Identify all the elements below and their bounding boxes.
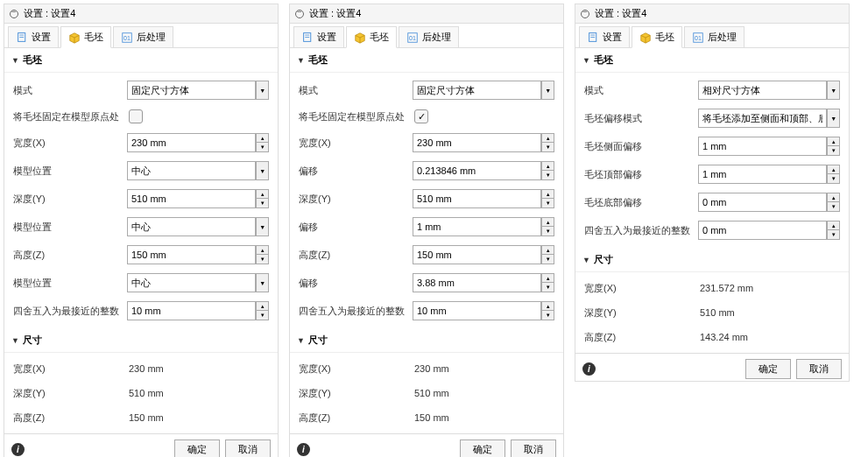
- round-input[interactable]: [413, 301, 541, 320]
- section-dim-header[interactable]: ▼尺寸: [4, 328, 278, 353]
- spinner-up-icon[interactable]: ▲: [542, 246, 554, 255]
- offset-y-input[interactable]: [413, 217, 541, 236]
- spinner-up-icon[interactable]: ▲: [828, 165, 839, 174]
- top-offset-input[interactable]: [698, 165, 827, 184]
- mode-label: 模式: [584, 84, 698, 97]
- dropdown-icon[interactable]: ▼: [827, 81, 840, 100]
- dropdown-icon[interactable]: ▼: [256, 273, 269, 292]
- depth-input[interactable]: [413, 189, 541, 208]
- spinner-up-icon[interactable]: ▲: [257, 246, 268, 255]
- tab-stock[interactable]: 毛坯: [60, 26, 111, 48]
- dropdown-icon[interactable]: ▼: [541, 81, 554, 100]
- spinner-up-icon[interactable]: ▲: [542, 218, 554, 227]
- spinner-down-icon[interactable]: ▼: [828, 202, 839, 211]
- spinner-up-icon[interactable]: ▲: [542, 274, 554, 283]
- dim-width-value: 230 mm: [127, 363, 164, 374]
- tab-settings[interactable]: 设置: [8, 26, 59, 47]
- tab-settings[interactable]: 设置: [579, 26, 630, 47]
- tab-stock[interactable]: 毛坯: [632, 26, 682, 48]
- spinner-down-icon[interactable]: ▼: [828, 174, 839, 183]
- spinner-down-icon[interactable]: ▼: [542, 143, 554, 151]
- minimize-icon[interactable]: [10, 10, 18, 18]
- cancel-button[interactable]: 取消: [225, 439, 271, 457]
- model-pos-select[interactable]: [127, 273, 256, 292]
- height-input[interactable]: [127, 245, 256, 264]
- model-pos-select[interactable]: [127, 161, 256, 180]
- spinner-down-icon[interactable]: ▼: [257, 143, 268, 151]
- chevron-down-icon: ▼: [11, 56, 19, 65]
- spinner-down-icon[interactable]: ▼: [542, 171, 554, 179]
- section-dim-header[interactable]: ▼尺寸: [290, 328, 563, 353]
- mode-select[interactable]: [127, 81, 256, 100]
- tab-post[interactable]: 01后处理: [684, 26, 745, 47]
- spinner-down-icon[interactable]: ▼: [257, 199, 268, 207]
- offset-mode-select[interactable]: [698, 109, 827, 128]
- svg-text:01: 01: [123, 34, 131, 40]
- minimize-icon[interactable]: [295, 10, 304, 18]
- dropdown-icon[interactable]: ▼: [256, 161, 269, 180]
- info-icon[interactable]: i: [11, 443, 25, 456]
- cancel-button[interactable]: 取消: [511, 439, 556, 457]
- spinner-down-icon[interactable]: ▼: [542, 227, 554, 236]
- fix-origin-checkbox[interactable]: ✓: [414, 109, 428, 123]
- spinner-down-icon[interactable]: ▼: [542, 283, 554, 292]
- dropdown-icon[interactable]: ▼: [256, 217, 269, 236]
- spinner-up-icon[interactable]: ▲: [542, 302, 554, 311]
- minimize-icon[interactable]: [581, 10, 589, 18]
- section-stock-header[interactable]: ▼毛坯: [4, 48, 278, 73]
- spinner-down-icon[interactable]: ▼: [828, 230, 839, 239]
- mode-select[interactable]: [698, 81, 827, 100]
- spinner-down-icon[interactable]: ▼: [257, 255, 268, 264]
- tab-post[interactable]: 01后处理: [399, 26, 459, 47]
- spinner-up-icon[interactable]: ▲: [542, 134, 554, 143]
- tab-post[interactable]: 01后处理: [113, 26, 173, 47]
- ok-button[interactable]: 确定: [460, 439, 505, 457]
- info-icon[interactable]: i: [582, 362, 596, 376]
- offset-x-input[interactable]: [413, 161, 541, 180]
- fix-origin-checkbox[interactable]: [129, 109, 143, 123]
- dropdown-icon[interactable]: ▼: [256, 81, 269, 100]
- offset-z-input[interactable]: [413, 273, 541, 292]
- model-pos-label: 模型位置: [13, 221, 127, 234]
- ok-button[interactable]: 确定: [745, 359, 791, 379]
- spinner-up-icon[interactable]: ▲: [828, 221, 839, 230]
- spinner-up-icon[interactable]: ▲: [542, 190, 554, 199]
- model-pos-label: 模型位置: [13, 277, 127, 290]
- spinner-down-icon[interactable]: ▼: [828, 146, 839, 155]
- spinner-up-icon[interactable]: ▲: [257, 302, 268, 311]
- model-pos-label: 模型位置: [13, 165, 127, 178]
- cancel-button[interactable]: 取消: [796, 359, 842, 379]
- bottom-offset-input[interactable]: [698, 193, 827, 212]
- mode-select[interactable]: [413, 81, 541, 100]
- round-input[interactable]: [698, 221, 827, 240]
- model-pos-select[interactable]: [127, 217, 256, 236]
- ok-button[interactable]: 确定: [174, 439, 220, 457]
- width-input[interactable]: [413, 133, 541, 152]
- chevron-down-icon: ▼: [582, 256, 590, 264]
- spinner-down-icon[interactable]: ▼: [542, 311, 554, 320]
- dropdown-icon[interactable]: ▼: [827, 109, 840, 128]
- section-stock-header[interactable]: ▼毛坯: [290, 48, 563, 73]
- spinner-up-icon[interactable]: ▲: [542, 162, 554, 171]
- spinner-up-icon[interactable]: ▲: [257, 190, 268, 199]
- width-input[interactable]: [127, 133, 256, 152]
- tab-settings[interactable]: 设置: [293, 26, 344, 47]
- section-dim-header[interactable]: ▼尺寸: [575, 248, 849, 272]
- tab-stock[interactable]: 毛坯: [346, 26, 397, 48]
- depth-input[interactable]: [127, 189, 256, 208]
- offset-label: 偏移: [299, 221, 413, 234]
- side-offset-input[interactable]: [698, 137, 827, 156]
- spinner-up-icon[interactable]: ▲: [828, 193, 839, 202]
- dim-height-value: 150 mm: [127, 412, 164, 423]
- spinner-down-icon[interactable]: ▼: [542, 255, 554, 264]
- spinner-down-icon[interactable]: ▼: [542, 199, 554, 207]
- spinner-up-icon[interactable]: ▲: [828, 137, 839, 146]
- section-stock-header[interactable]: ▼毛坯: [575, 48, 849, 73]
- height-input[interactable]: [413, 245, 541, 264]
- round-input[interactable]: [127, 301, 256, 320]
- spinner-down-icon[interactable]: ▼: [257, 311, 268, 320]
- info-icon[interactable]: i: [297, 443, 310, 456]
- svg-text:01: 01: [695, 34, 702, 40]
- spinner-up-icon[interactable]: ▲: [257, 134, 268, 143]
- width-label: 宽度(X): [299, 137, 413, 150]
